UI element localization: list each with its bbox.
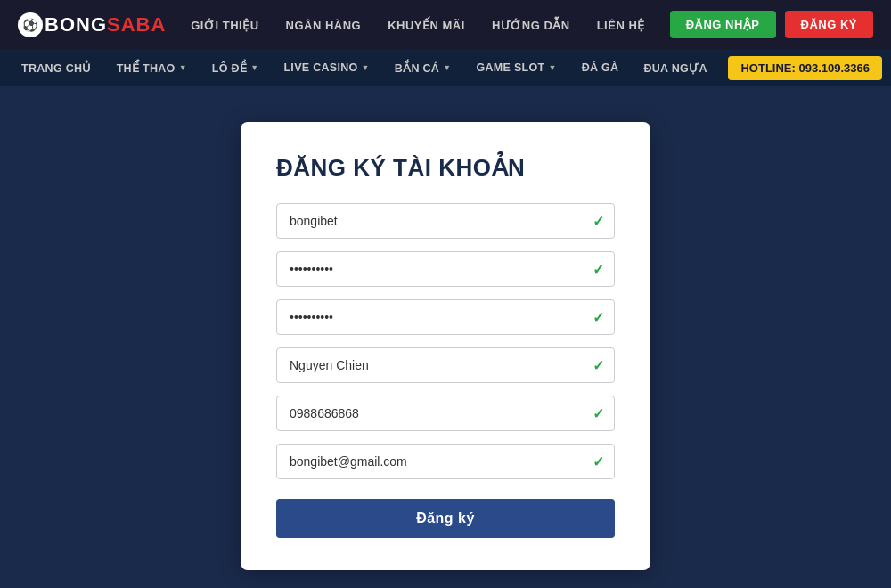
email-input[interactable]: [276, 444, 615, 479]
nav-lien-he[interactable]: LIÊN HỆ: [597, 19, 645, 32]
top-nav-links: GIỚI THIỆU NGÂN HÀNG KHUYẾN MÃI HƯỚNG DẪ…: [191, 17, 645, 33]
logo-saba: SABA: [107, 13, 166, 37]
sec-nav-lo-de[interactable]: LÔ ĐỀ ▼: [200, 61, 272, 75]
phone-group: ✓: [276, 396, 615, 431]
nav-khuyen-mai[interactable]: KHUYẾN MÃI: [388, 19, 465, 32]
chevron-icon: ▼: [179, 63, 187, 72]
username-group: ✓: [276, 203, 615, 239]
confirm-password-group: ✓: [276, 299, 615, 335]
register-form-card: ĐĂNG KÝ TÀI KHOẢN ✓ ✓ ✓ ✓ ✓ ✓ Đăng ký: [241, 122, 650, 570]
main-content: ĐĂNG KÝ TÀI KHOẢN ✓ ✓ ✓ ✓ ✓ ✓ Đăng ký: [0, 86, 891, 588]
sec-nav-the-thao[interactable]: THỂ THAO ▼: [104, 61, 200, 75]
submit-button[interactable]: Đăng ký: [276, 499, 615, 538]
check-icon: ✓: [593, 405, 604, 422]
sec-nav-dua-ngua[interactable]: ĐUA NGỰA: [631, 61, 719, 75]
register-top-button[interactable]: ĐĂNG KÝ: [785, 11, 873, 38]
chevron-icon: ▼: [362, 63, 370, 72]
nav-huong-dan[interactable]: HƯỚNG DẪN: [492, 19, 570, 32]
form-title: ĐĂNG KÝ TÀI KHOẢN: [276, 154, 615, 182]
nav-ngan-hang[interactable]: NGÂN HÀNG: [286, 19, 362, 32]
login-button[interactable]: ĐĂNG NHẬP: [670, 11, 776, 38]
secondary-navigation: TRANG CHỦ THỂ THAO ▼ LÔ ĐỀ ▼ LIVE CASINO…: [0, 49, 891, 86]
chevron-icon: ▼: [250, 63, 258, 72]
secondary-nav-links: TRANG CHỦ THỂ THAO ▼ LÔ ĐỀ ▼ LIVE CASINO…: [9, 61, 720, 75]
sec-nav-ban-ca[interactable]: BẮN CÁ ▼: [382, 61, 464, 75]
check-icon: ✓: [593, 261, 604, 278]
check-icon: ✓: [593, 309, 604, 326]
sec-nav-live-casino[interactable]: LIVE CASINO ▼: [271, 61, 381, 74]
fullname-input[interactable]: [276, 347, 615, 383]
confirm-password-input[interactable]: [276, 299, 615, 335]
check-icon: ✓: [593, 357, 604, 374]
hotline-box: HOTLINE: 093.109.3366: [728, 56, 882, 80]
sec-nav-trang-chu[interactable]: TRANG CHỦ: [9, 61, 104, 75]
nav-gioi-thieu[interactable]: GIỚI THIỆU: [191, 19, 258, 32]
top-navigation: ⚽ BONGSABA GIỚI THIỆU NGÂN HÀNG KHUYẾN M…: [0, 0, 891, 49]
check-icon: ✓: [593, 213, 604, 230]
password-input[interactable]: [276, 251, 615, 287]
sec-nav-game-slot[interactable]: GAME SLOT ▼: [463, 61, 568, 74]
username-input[interactable]: [276, 203, 615, 239]
sec-nav-da-ga[interactable]: ĐÁ GÀ: [569, 61, 632, 74]
logo[interactable]: ⚽ BONGSABA: [18, 12, 166, 37]
logo-bong: BONG: [45, 13, 107, 37]
logo-ball-icon: ⚽: [18, 12, 43, 37]
auth-buttons: ĐĂNG NHẬP ĐĂNG KÝ: [670, 11, 873, 38]
password-group: ✓: [276, 251, 615, 287]
check-icon: ✓: [593, 453, 604, 470]
phone-input[interactable]: [276, 396, 615, 431]
fullname-group: ✓: [276, 347, 615, 383]
email-group: ✓: [276, 444, 615, 479]
chevron-icon: ▼: [548, 63, 556, 72]
chevron-icon: ▼: [443, 63, 451, 72]
